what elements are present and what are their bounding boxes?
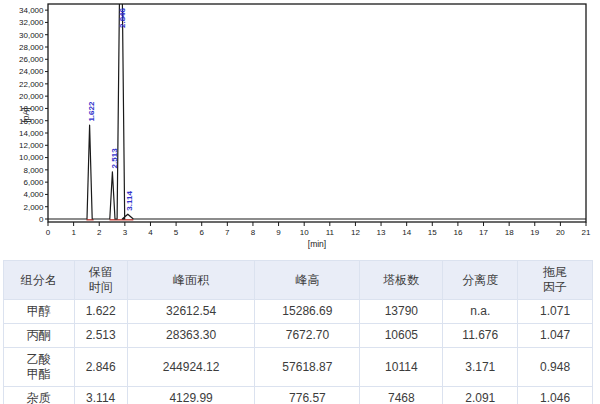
cell-resolution: 11.676 <box>443 324 518 348</box>
y-tick-label: 20,000 <box>19 92 44 101</box>
x-tick-label: 15 <box>428 228 437 237</box>
cell-retention-time: 2.846 <box>74 348 127 387</box>
y-tick-label: 12,000 <box>19 141 44 150</box>
x-tick-label: 21 <box>582 228 591 237</box>
col-header-area: 峰面积 <box>127 261 255 300</box>
x-tick-label: 6 <box>199 228 204 237</box>
y-tick-label: 14,000 <box>19 129 44 138</box>
table-row: 丙酮2.51328363.307672.701060511.6761.047 <box>4 324 593 348</box>
y-tick-label: 6,000 <box>23 178 44 187</box>
cell-peak-area: 32612.54 <box>127 300 255 324</box>
cell-tailing-factor: 1.047 <box>518 324 593 348</box>
cell-component-name: 丙酮 <box>4 324 75 348</box>
cell-tailing-factor: 0.948 <box>518 348 593 387</box>
x-tick-label: 10 <box>300 228 309 237</box>
cell-peak-height: 776.57 <box>255 387 360 404</box>
x-tick-label: 2 <box>97 228 102 237</box>
col-header-height: 峰高 <box>255 261 360 300</box>
x-tick-label: 7 <box>225 228 230 237</box>
x-tick-label: 0 <box>46 228 51 237</box>
cell-component-name: 甲醇 <box>4 300 75 324</box>
cell-peak-height: 57618.87 <box>255 348 360 387</box>
cell-retention-time: 3.114 <box>74 387 127 404</box>
cell-plate-count: 7468 <box>360 387 443 404</box>
cell-peak-height: 15286.69 <box>255 300 360 324</box>
table-row: 甲醇1.62232612.5415286.6913790n.a.1.071 <box>4 300 593 324</box>
y-tick-label: 10,000 <box>19 153 44 162</box>
cell-component-name: 杂质 <box>4 387 75 404</box>
x-tick-label: 18 <box>505 228 514 237</box>
cell-plate-count: 13790 <box>360 300 443 324</box>
col-header-retention: 保留 时间 <box>74 261 127 300</box>
cell-tailing-factor: 1.046 <box>518 387 593 404</box>
cell-resolution: 2.091 <box>443 387 518 404</box>
cell-plate-count: 10605 <box>360 324 443 348</box>
x-tick-label: 5 <box>174 228 179 237</box>
y-tick-label: 0 <box>39 215 44 224</box>
y-tick-label: 22,000 <box>19 80 44 89</box>
x-tick-label: 1 <box>71 228 76 237</box>
col-header-component: 组分名 <box>4 261 75 300</box>
x-tick-label: 14 <box>402 228 411 237</box>
x-tick-label: 9 <box>276 228 281 237</box>
y-tick-label: 4,000 <box>23 190 44 199</box>
chromatogram-plot: 02,0004,0006,0008,00010,00012,00014,0001… <box>0 0 600 252</box>
x-tick-label: 13 <box>377 228 386 237</box>
peak-retention-label: 3.114 <box>125 191 134 211</box>
table-header-row: 组分名 保留 时间 峰面积 峰高 塔板数 分离度 拖尾 因子 <box>4 261 593 300</box>
cell-peak-height: 7672.70 <box>255 324 360 348</box>
cell-plate-count: 10114 <box>360 348 443 387</box>
x-tick-label: 16 <box>453 228 462 237</box>
cell-resolution: n.a. <box>443 300 518 324</box>
cell-component-name: 乙酸 甲酯 <box>4 348 75 387</box>
cell-retention-time: 2.513 <box>74 324 127 348</box>
x-tick-label: 11 <box>326 228 335 237</box>
table-row: 乙酸 甲酯2.846244924.1257618.87101143.1710.9… <box>4 348 593 387</box>
y-tick-label: 2,000 <box>23 203 44 212</box>
col-header-tailing: 拖尾 因子 <box>518 261 593 300</box>
y-axis-label: [pA] <box>21 107 31 122</box>
y-tick-label: 32,000 <box>19 18 44 27</box>
results-table: 组分名 保留 时间 峰面积 峰高 塔板数 分离度 拖尾 因子 甲醇1.62232… <box>3 260 593 404</box>
y-tick-label: 28,000 <box>19 43 44 52</box>
x-tick-label: 19 <box>530 228 539 237</box>
x-tick-label: 3 <box>123 228 128 237</box>
x-tick-label: 4 <box>148 228 153 237</box>
x-tick-label: 12 <box>351 228 360 237</box>
table-row: 杂质3.1144129.99776.5774682.0911.046 <box>4 387 593 404</box>
x-axis-label: [min] <box>308 239 326 249</box>
y-tick-label: 8,000 <box>23 166 44 175</box>
y-tick-label: 26,000 <box>19 55 44 64</box>
y-tick-label: 30,000 <box>19 31 44 40</box>
cell-peak-area: 244924.12 <box>127 348 255 387</box>
col-header-plates: 塔板数 <box>360 261 443 300</box>
cell-retention-time: 1.622 <box>74 300 127 324</box>
peak-retention-label: 2.846 <box>118 7 127 28</box>
chromatogram-panel: 02,0004,0006,0008,00010,00012,00014,0001… <box>0 0 600 252</box>
x-tick-label: 17 <box>479 228 488 237</box>
cell-tailing-factor: 1.071 <box>518 300 593 324</box>
x-tick-label: 20 <box>556 228 565 237</box>
cell-peak-area: 4129.99 <box>127 387 255 404</box>
peak-retention-label: 2.513 <box>110 148 119 169</box>
x-tick-label: 8 <box>251 228 256 237</box>
col-header-resolution: 分离度 <box>443 261 518 300</box>
y-tick-label: 24,000 <box>19 67 44 76</box>
cell-resolution: 3.171 <box>443 348 518 387</box>
y-tick-label: 34,000 <box>19 6 44 15</box>
cell-peak-area: 28363.30 <box>127 324 255 348</box>
peak-retention-label: 1.622 <box>87 101 96 122</box>
